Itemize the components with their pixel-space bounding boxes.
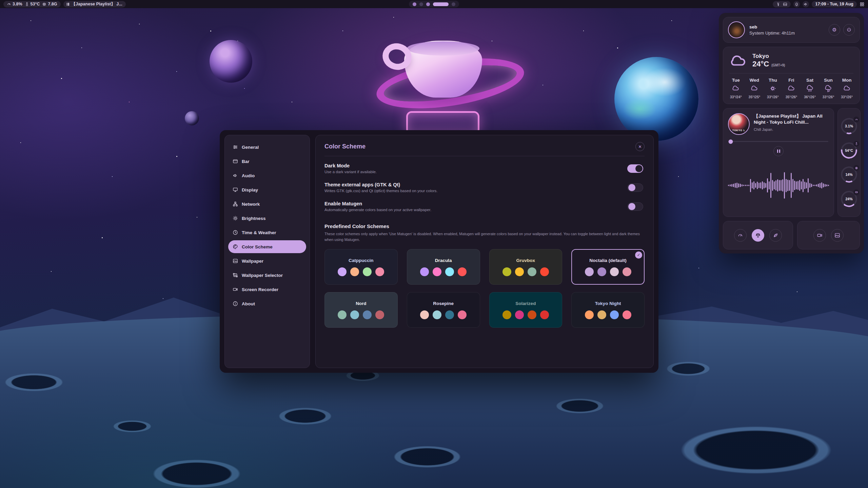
sidebar-item-wallpaper-selector[interactable]: Wallpaper Selector	[228, 269, 306, 282]
side-panel: seb System Uptime: 4h11m ⚙ Tokyo 24°C (G…	[719, 13, 864, 253]
temperature-value: 53°C	[31, 2, 40, 6]
track-artist: Chill Japan.	[754, 127, 829, 131]
workspace-dot-5[interactable]	[452, 2, 455, 6]
close-button[interactable]: ✕	[635, 142, 645, 151]
track-title: 【Japanese Playlist】 Japan All Night - To…	[754, 113, 829, 125]
divider	[729, 73, 853, 74]
tray-image-icon[interactable]	[783, 2, 787, 6]
color-swatch	[375, 267, 384, 276]
sidebar-item-label: Time & Weather	[242, 230, 276, 235]
color-swatch	[445, 267, 454, 276]
volume-button[interactable]	[803, 1, 809, 7]
shortcuts-card	[797, 221, 860, 249]
setting-title: Enable Matugen	[324, 201, 431, 206]
avatar	[728, 21, 745, 38]
sidebar-item-screen-recorder[interactable]: Screen Recorder	[228, 283, 306, 296]
power-profiles-card	[723, 221, 793, 249]
purple-planet-art	[210, 40, 252, 83]
cloud-icon	[729, 53, 748, 69]
sidebar-item-general[interactable]: General	[228, 141, 306, 154]
scheme-card-solarized[interactable]: ✓ Solarized	[489, 292, 563, 328]
color-swatch	[540, 267, 549, 276]
color-swatch	[502, 310, 511, 319]
sidebar-item-bar[interactable]: Bar	[228, 155, 306, 168]
seek-bar[interactable]	[729, 141, 828, 142]
weather-temp: 24°C	[752, 60, 769, 68]
media-pill[interactable]: 【Japanese Playlist】 J...	[63, 1, 126, 7]
color-swatch	[597, 310, 606, 319]
tray-app-icon[interactable]	[776, 2, 781, 6]
sidebar-item-about[interactable]: About	[228, 297, 306, 310]
scheme-card-rosepine[interactable]: ✓ Rosepine	[407, 292, 480, 328]
sidebar-item-color-scheme[interactable]: Color Scheme	[228, 240, 306, 253]
scheme-card-dracula[interactable]: ✓ Dracula	[407, 249, 480, 285]
settings-window: General Bar Audio Display Network Bright…	[220, 130, 658, 373]
system-stats-pill[interactable]: 3.8% 53°C 7.8G	[3, 1, 61, 7]
clock-icon	[233, 230, 238, 235]
workspace-dot-1[interactable]	[413, 2, 416, 6]
sidebar-item-display[interactable]: Display	[228, 183, 306, 196]
wallpaper-button[interactable]	[831, 229, 844, 242]
power-button[interactable]	[843, 24, 855, 36]
color-swatch	[350, 267, 359, 276]
color-swatch	[610, 267, 619, 276]
power-icon	[846, 27, 852, 33]
pause-button[interactable]	[773, 146, 784, 156]
screen-recorder-button[interactable]	[813, 229, 826, 242]
sidebar-item-label: Display	[242, 187, 258, 192]
apps-grid-button[interactable]	[860, 2, 865, 7]
scheme-card-gruvbox[interactable]: ✓ Gruvbox	[489, 249, 563, 285]
color-swatch	[540, 310, 549, 319]
sidebar-item-audio[interactable]: Audio	[228, 169, 306, 182]
sidebar-item-label: Color Scheme	[242, 244, 273, 249]
scheme-card-nord[interactable]: ✓ Nord	[324, 292, 398, 328]
powersave-profile-button[interactable]	[769, 229, 782, 242]
performance-profile-button[interactable]	[734, 229, 747, 242]
small-moon-art	[185, 111, 199, 125]
color-swatch	[420, 310, 429, 319]
settings-button[interactable]: ⚙	[829, 24, 840, 36]
speaker-icon	[233, 173, 238, 178]
color-swatch	[458, 267, 467, 276]
scheme-card-catppuccin[interactable]: ✓ Catppuccin	[324, 249, 398, 285]
cloud-icon	[732, 85, 740, 93]
sidebar-item-time-weather[interactable]: Time & Weather	[228, 226, 306, 239]
color-swatch	[458, 310, 467, 319]
network-icon	[233, 201, 238, 207]
workspace-dot-2[interactable]	[419, 2, 423, 6]
image-frame-icon	[233, 272, 238, 278]
balanced-profile-button[interactable]	[752, 229, 764, 242]
color-swatch	[610, 310, 619, 319]
image-icon	[834, 232, 840, 238]
rain-icon	[806, 85, 814, 93]
pause-icon	[777, 149, 778, 153]
workspace-dot-4[interactable]	[433, 2, 449, 6]
scheme-name: Solarized	[515, 301, 536, 306]
storm-icon	[824, 85, 832, 93]
theme-external-apps-toggle[interactable]	[627, 183, 643, 192]
sidebar-item-wallpaper[interactable]: Wallpaper	[228, 255, 306, 267]
seek-handle[interactable]	[728, 139, 733, 144]
weather-card: Tokyo 24°C (GMT+9) Tue 33°/24° Wed 35°/2…	[723, 47, 860, 104]
scheme-card-tokyo-night[interactable]: ✓ Tokyo Night	[571, 292, 645, 328]
pause-icon	[67, 3, 69, 6]
workspace-dot-3[interactable]	[426, 2, 430, 6]
memory-value: 7.8G	[48, 2, 57, 6]
scheme-card-noctalia[interactable]: ✓ Noctalia (default)	[571, 249, 645, 285]
media-pill-label: 【Japanese Playlist】 J...	[72, 1, 122, 7]
color-swatch	[375, 310, 384, 319]
color-swatch	[502, 267, 511, 276]
setting-row-theme-external: Theme external apps (GTK & Qt) Writes GT…	[324, 182, 645, 193]
dark-mode-toggle[interactable]	[627, 164, 643, 173]
clock-pill[interactable]: 17:09 - Tue, 19 Aug	[812, 1, 857, 7]
speedometer-icon	[737, 232, 743, 238]
setting-row-matugen: Enable Matugen Automatically generate co…	[324, 201, 645, 212]
color-swatch	[445, 310, 454, 319]
color-swatch	[623, 310, 631, 319]
sidebar-item-brightness[interactable]: Brightness	[228, 212, 306, 225]
notification-bell-button[interactable]	[793, 1, 800, 7]
sidebar-item-network[interactable]: Network	[228, 198, 306, 210]
enable-matugen-toggle[interactable]	[627, 202, 643, 211]
scales-icon	[755, 232, 761, 238]
setting-description: Automatically generate colors based on y…	[324, 208, 431, 212]
